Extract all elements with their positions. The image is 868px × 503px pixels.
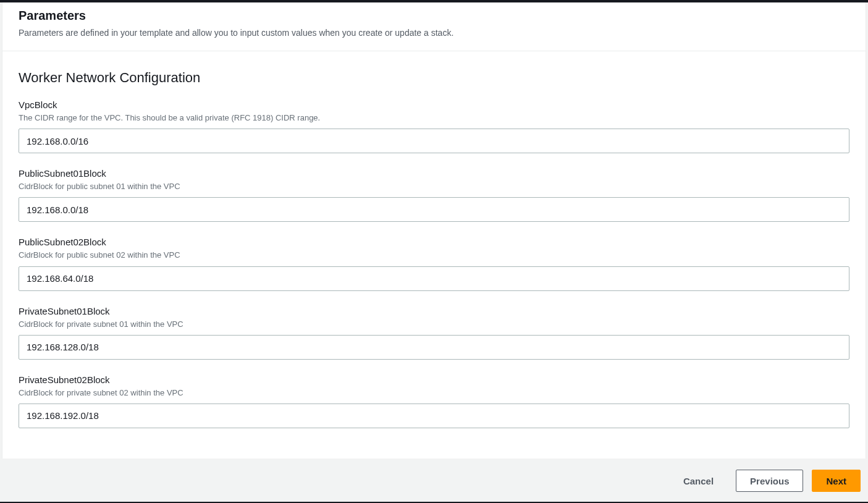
vpc-block-description: The CIDR range for the VPC. This should … xyxy=(19,112,849,124)
public-subnet-01-label: PublicSubnet01Block xyxy=(19,168,849,179)
section-title: Worker Network Configuration xyxy=(19,70,849,86)
cancel-button[interactable]: Cancel xyxy=(670,470,727,492)
private-subnet-01-description: CidrBlock for private subnet 01 within t… xyxy=(19,319,849,330)
public-subnet-02-field: PublicSubnet02Block CidrBlock for public… xyxy=(19,237,849,290)
private-subnet-02-label: PrivateSubnet02Block xyxy=(19,374,849,385)
private-subnet-01-field: PrivateSubnet01Block CidrBlock for priva… xyxy=(19,306,849,360)
next-button[interactable]: Next xyxy=(812,470,861,492)
public-subnet-01-description: CidrBlock for public subnet 01 within th… xyxy=(19,181,849,192)
footer-actions: Cancel Previous Next xyxy=(0,459,868,503)
private-subnet-01-input[interactable] xyxy=(19,335,849,360)
private-subnet-02-field: PrivateSubnet02Block CidrBlock for priva… xyxy=(19,374,849,428)
vpc-block-input[interactable] xyxy=(19,129,849,153)
public-subnet-01-input[interactable] xyxy=(19,197,849,222)
public-subnet-02-description: CidrBlock for public subnet 02 within th… xyxy=(19,250,849,261)
vpc-block-field: VpcBlock The CIDR range for the VPC. Thi… xyxy=(19,99,849,153)
parameters-title: Parameters xyxy=(19,9,849,23)
parameters-container: Parameters Parameters are defined in you… xyxy=(2,2,866,460)
previous-button[interactable]: Previous xyxy=(736,470,803,492)
public-subnet-02-input[interactable] xyxy=(19,266,849,291)
vpc-block-label: VpcBlock xyxy=(19,99,849,110)
public-subnet-02-label: PublicSubnet02Block xyxy=(19,237,849,247)
private-subnet-02-description: CidrBlock for private subnet 02 within t… xyxy=(19,387,849,399)
public-subnet-01-field: PublicSubnet01Block CidrBlock for public… xyxy=(19,168,849,222)
private-subnet-01-label: PrivateSubnet01Block xyxy=(19,306,849,316)
worker-network-section: Worker Network Configuration VpcBlock Th… xyxy=(2,51,866,459)
parameters-description: Parameters are defined in your template … xyxy=(19,27,849,40)
private-subnet-02-input[interactable] xyxy=(19,404,849,428)
parameters-header: Parameters Parameters are defined in you… xyxy=(2,2,866,51)
